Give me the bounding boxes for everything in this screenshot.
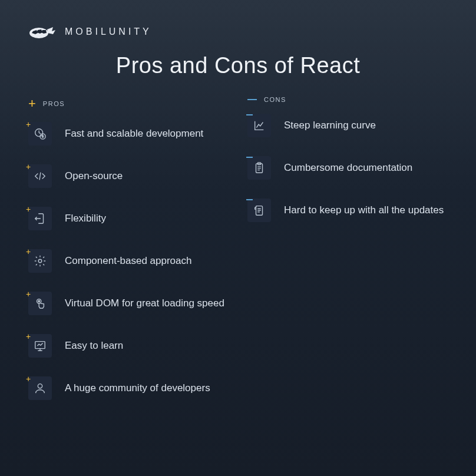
cons-column: CONS Steep learning curve Cumbersome doc… (247, 96, 448, 419)
pros-item: Flexibility (28, 207, 229, 230)
exit-door-icon (28, 207, 52, 230)
svg-point-6 (38, 259, 42, 263)
pros-item-text: Fast and scalable development (65, 127, 203, 141)
pros-header: + PROS (28, 96, 229, 111)
pros-item-text: A huge community of developers (65, 382, 210, 395)
pros-item-text: Flexibility (65, 212, 106, 226)
pros-item-text: Component-based approach (65, 254, 191, 268)
pros-item: Virtual DOM for great loading speed (28, 292, 229, 315)
svg-point-8 (38, 300, 40, 302)
pros-item: A huge community of developers (28, 376, 229, 400)
cons-header: CONS (247, 96, 448, 103)
cons-item-text: Steep learning curve (284, 119, 376, 133)
touch-icon (28, 292, 52, 315)
monitor-icon (28, 334, 52, 358)
mobilunity-logo-icon (28, 24, 57, 40)
scroll-icon (247, 199, 271, 222)
pros-item: Component-based approach (28, 249, 229, 273)
pros-item: Easy to learn (28, 334, 229, 358)
pros-label: PROS (43, 100, 65, 107)
header: MOBILUNITY (0, 0, 476, 40)
cons-item: Cumbersome documentation (247, 156, 448, 180)
pros-item: Fast and scalable development (28, 122, 229, 146)
svg-point-10 (38, 384, 42, 388)
gear-icon (28, 249, 52, 273)
cons-item-text: Hard to keep up with all the updates (284, 204, 444, 217)
pros-item-text: Virtual DOM for great loading speed (65, 297, 224, 310)
chart-up-icon (247, 114, 271, 137)
page-title: Pros and Cons of React (0, 53, 476, 78)
cons-label: CONS (264, 96, 286, 103)
code-icon (28, 164, 52, 188)
columns-container: + PROS Fast and scalable development Ope… (0, 78, 476, 419)
clipboard-icon (247, 156, 271, 180)
clock-money-icon (28, 122, 52, 146)
pros-item: Open-source (28, 164, 229, 188)
pros-item-text: Open-source (65, 170, 123, 183)
pros-item-text: Easy to learn (65, 339, 123, 353)
brand-name: MOBILUNITY (65, 27, 152, 37)
cons-item: Steep learning curve (247, 114, 448, 137)
minus-icon (247, 99, 257, 100)
cons-item: Hard to keep up with all the updates (247, 199, 448, 222)
pros-column: + PROS Fast and scalable development Ope… (28, 96, 229, 419)
cons-item-text: Cumbersome documentation (284, 161, 412, 175)
plus-icon: + (28, 96, 36, 111)
person-icon (28, 376, 52, 400)
